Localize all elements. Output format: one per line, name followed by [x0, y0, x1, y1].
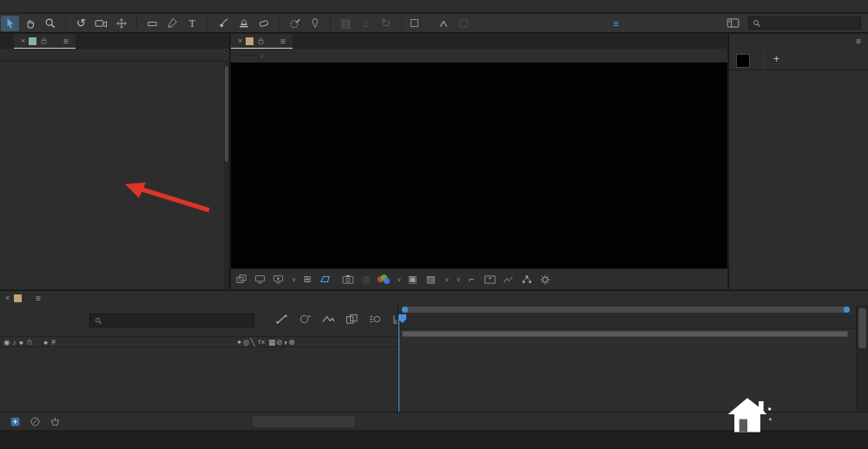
- snap-checkbox[interactable]: [411, 19, 418, 27]
- view-layout-dropdown[interactable]: ∨: [453, 276, 460, 283]
- search-icon: [95, 317, 102, 325]
- mask-visibility-icon[interactable]: [319, 273, 332, 287]
- roto-brush-tool[interactable]: [286, 16, 304, 31]
- help-search-input[interactable]: [765, 18, 852, 28]
- snap-toggle[interactable]: [411, 19, 422, 27]
- help-search[interactable]: [748, 17, 861, 30]
- expand-inout-panes-icon[interactable]: [46, 413, 64, 429]
- audio-column-icon: ♪: [12, 338, 16, 347]
- pixel-aspect-icon[interactable]: ⌐: [465, 273, 479, 287]
- zoom-level-dropdown[interactable]: ∨: [289, 276, 296, 283]
- toggle-switches-modes-button[interactable]: [252, 415, 356, 428]
- timeline-search-input[interactable]: [106, 316, 245, 325]
- workspace-menu-icon[interactable]: ≡: [614, 18, 619, 29]
- frame-blend-icon[interactable]: [345, 313, 358, 328]
- after-effects-window: ↺ ▭ T ▤ ⌂ ↻: [0, 0, 868, 449]
- timeline-track-area[interactable]: [398, 305, 855, 412]
- marquee-options-icon[interactable]: [454, 16, 472, 31]
- timeline-icon[interactable]: [502, 273, 516, 287]
- workspace-bar: ≡: [596, 16, 868, 31]
- resolution-dropdown[interactable]: ∨: [394, 276, 401, 283]
- expand-transfer-controls-icon[interactable]: [26, 413, 44, 429]
- info-panel-header[interactable]: ≡: [729, 34, 868, 49]
- time-ruler[interactable]: [398, 314, 855, 329]
- panel-menu-icon[interactable]: ≡: [280, 36, 286, 46]
- show-channel-icon[interactable]: [378, 274, 390, 285]
- toolbar-separator: [65, 17, 66, 30]
- close-icon[interactable]: ×: [21, 36, 25, 45]
- lock-icon[interactable]: [257, 36, 265, 45]
- pan-behind-tool[interactable]: [112, 16, 130, 31]
- hand-tool[interactable]: [21, 16, 39, 31]
- number-column-icon: #: [51, 338, 56, 347]
- transparency-grid-icon[interactable]: ▨: [424, 273, 437, 287]
- zoom-handle-left[interactable]: [402, 307, 408, 313]
- view-tab-chevron-icon[interactable]: ‹: [260, 51, 263, 61]
- toolbar-separator: [207, 17, 208, 30]
- camera-tool[interactable]: [92, 16, 110, 31]
- monitor-icon[interactable]: [253, 273, 266, 287]
- composition-flowchart-icon[interactable]: [275, 313, 288, 328]
- puppet-pin-tool[interactable]: [306, 16, 324, 31]
- solo-column-icon: ●: [19, 338, 23, 347]
- close-icon[interactable]: ×: [238, 36, 242, 45]
- playhead-line[interactable]: [398, 314, 399, 412]
- info-undo-text: [729, 70, 868, 77]
- reset-exposure-icon[interactable]: [538, 273, 552, 287]
- disabled-tool-icon: ⌂: [357, 16, 375, 31]
- watermark-house-icon: [723, 390, 772, 439]
- work-area-bar[interactable]: [402, 331, 848, 337]
- eraser-tool[interactable]: [254, 16, 273, 31]
- close-icon[interactable]: ×: [5, 294, 10, 302]
- tab-composition[interactable]: × ≡: [231, 34, 293, 49]
- grid-guides-icon[interactable]: ⊞: [300, 273, 314, 287]
- view-tab-inactive[interactable]: [268, 55, 279, 56]
- tab-project[interactable]: [0, 34, 14, 49]
- motion-blur-icon[interactable]: [369, 313, 382, 328]
- toolbar-separator: [279, 17, 279, 30]
- search-icon: [753, 19, 761, 28]
- timeline-tabbar: × ≡: [0, 291, 868, 305]
- timeline-zoom-bar[interactable]: [402, 307, 850, 313]
- workspace-switcher-icon[interactable]: [724, 16, 742, 31]
- viewer-toolbar: ∨ ⊞ ◎ ∨ ▣ ▨ ∨ ∨ ⌐: [231, 268, 727, 289]
- snapshot-layers-icon[interactable]: [234, 273, 248, 287]
- show-snapshot-icon[interactable]: ◎: [359, 273, 373, 287]
- share-icon[interactable]: [434, 16, 452, 31]
- clone-stamp-tool[interactable]: [234, 16, 253, 31]
- selection-tool[interactable]: [1, 16, 19, 31]
- timeline-search[interactable]: [89, 314, 254, 327]
- region-of-interest-icon[interactable]: ▣: [405, 273, 419, 287]
- disabled-tool-icon: ↻: [377, 16, 395, 31]
- pen-tool[interactable]: [163, 16, 181, 31]
- comp-flowchart-icon[interactable]: [520, 273, 534, 287]
- expand-layer-switches-icon[interactable]: [6, 413, 24, 429]
- effect-property-list: [0, 63, 224, 289]
- orbit-camera-tool[interactable]: ↺: [72, 16, 90, 31]
- zoom-tool[interactable]: [41, 16, 59, 31]
- panel-menu-icon[interactable]: ≡: [63, 36, 69, 46]
- view-tab-active[interactable]: [238, 55, 255, 56]
- hide-shy-icon[interactable]: [322, 313, 335, 328]
- shape-tool[interactable]: ▭: [143, 16, 161, 31]
- zoom-handle-right[interactable]: [844, 307, 850, 313]
- effect-panel-scrollbar[interactable]: [224, 63, 229, 289]
- composition-viewport[interactable]: [231, 63, 727, 268]
- draft-3d-icon[interactable]: [299, 313, 312, 328]
- type-tool[interactable]: T: [183, 16, 201, 31]
- panel-menu-icon[interactable]: ≡: [856, 36, 861, 46]
- tool-bar: ↺ ▭ T ▤ ⌂ ↻: [0, 14, 868, 33]
- tab-effect-controls[interactable]: × ≡: [14, 34, 76, 49]
- lock-icon[interactable]: [40, 36, 48, 45]
- timeline-vertical-scrollbar[interactable]: [856, 305, 868, 412]
- camera-view-dropdown[interactable]: ∨: [442, 276, 449, 283]
- panel-menu-icon[interactable]: ≡: [36, 294, 41, 303]
- snapshot-camera-icon[interactable]: [341, 273, 355, 287]
- toolbar-separator: [136, 17, 137, 30]
- fast-previews-icon[interactable]: [483, 273, 497, 287]
- monitor-eye-icon[interactable]: [271, 273, 285, 287]
- brush-tool[interactable]: [214, 16, 233, 31]
- info-panel-body: +: [729, 49, 868, 69]
- panel-thumb-icon: [29, 37, 36, 45]
- watermark: [723, 390, 777, 439]
